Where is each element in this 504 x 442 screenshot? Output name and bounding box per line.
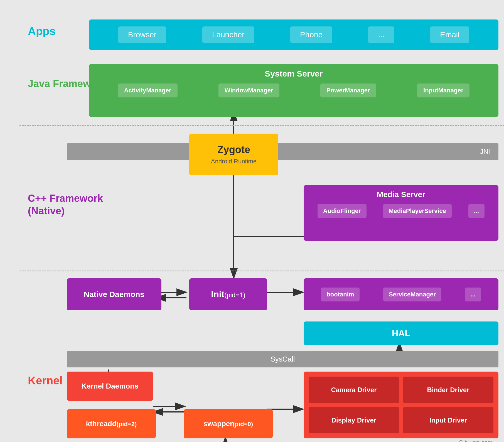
native-daemons-text: Native Daemons: [84, 290, 144, 299]
apps-bar: Browser Launcher Phone ... Email: [89, 19, 498, 50]
init-label: Init: [211, 289, 224, 299]
ms-dots: ...: [468, 204, 485, 218]
native-daemons-box: Native Daemons: [67, 278, 161, 310]
kthreadd-box: kthreadd(pid=2): [67, 409, 156, 438]
cpp-fw-label: C++ Framework(Native): [28, 192, 103, 217]
input-driver: Input Driver: [403, 407, 493, 433]
syscall-label: SysCall: [270, 355, 295, 364]
dashed-separator-2: [19, 271, 504, 271]
ss-power-manager: PowerManager: [320, 84, 376, 97]
camera-driver: Camera Driver: [309, 377, 399, 403]
java-framework-section: Java Framework System Server ActivityMan…: [11, 64, 504, 120]
media-server-box: Media Server AudioFlinger MediaPlayerSer…: [304, 185, 498, 241]
kernel-daemons-box: Kernel Daemons: [67, 372, 153, 401]
app-browser: Browser: [118, 26, 166, 43]
hal-text: HAL: [392, 328, 410, 338]
dashed-separator-1: [19, 125, 504, 126]
zygote-section: JNI Zygote Android Runtime: [11, 128, 504, 184]
display-driver: Display Driver: [309, 407, 399, 433]
svc-bootanim: bootanim: [321, 288, 360, 301]
apps-section: Apps Browser Launcher Phone ... Email: [11, 17, 504, 53]
services-box: bootanim ServiceManager ...: [304, 278, 498, 310]
kernel-label: Kernel: [28, 374, 63, 387]
hal-box: HAL: [304, 321, 498, 345]
kernel-section: Kernel Kernel Daemons kthreadd(pid=2) sw…: [11, 370, 504, 442]
native-row: Native Daemons Init(pid=1) bootanim Serv…: [11, 274, 504, 316]
zygote-subtitle: Android Runtime: [211, 158, 257, 165]
init-text: Init(pid=1): [211, 289, 245, 299]
ss-input-manager: InputManager: [417, 84, 469, 97]
credit-text: Gityuan.com: [459, 439, 493, 442]
ss-activity-manager: ActivityManager: [118, 84, 178, 97]
jni-bar: JNI: [67, 143, 498, 160]
jni-label: JNI: [480, 148, 490, 156]
system-server-title: System Server: [89, 64, 498, 78]
drivers-box: Camera Driver Binder Driver Display Driv…: [304, 372, 498, 438]
app-dots: ...: [368, 26, 394, 43]
app-email: Email: [430, 26, 469, 43]
svc-dots: ...: [465, 288, 481, 301]
swapper-text: swapper(pid=0): [203, 419, 253, 428]
binder-driver: Binder Driver: [403, 377, 493, 403]
app-phone: Phone: [290, 26, 332, 43]
kthreadd-text: kthreadd(pid=2): [86, 419, 137, 428]
zygote-title: Zygote: [217, 144, 250, 156]
ss-window-manager: WindowManager: [218, 84, 279, 97]
zygote-box: Zygote Android Runtime: [189, 134, 278, 175]
svc-service-manager: ServiceManager: [383, 288, 441, 301]
ms-media-player: MediaPlayerService: [383, 204, 452, 218]
apps-label: Apps: [28, 25, 56, 38]
init-box: Init(pid=1): [189, 278, 267, 310]
media-server-title: Media Server: [304, 185, 498, 199]
syscall-bar: SysCall: [67, 351, 498, 367]
swapper-box: swapper(pid=0): [184, 409, 273, 438]
init-pid: (pid=1): [224, 291, 245, 299]
app-launcher: Launcher: [202, 26, 254, 43]
system-server-box: System Server ActivityManager WindowMana…: [89, 64, 498, 117]
kernel-daemons-text: Kernel Daemons: [81, 382, 138, 391]
ms-audio-flinger: AudioFlinger: [318, 204, 367, 218]
